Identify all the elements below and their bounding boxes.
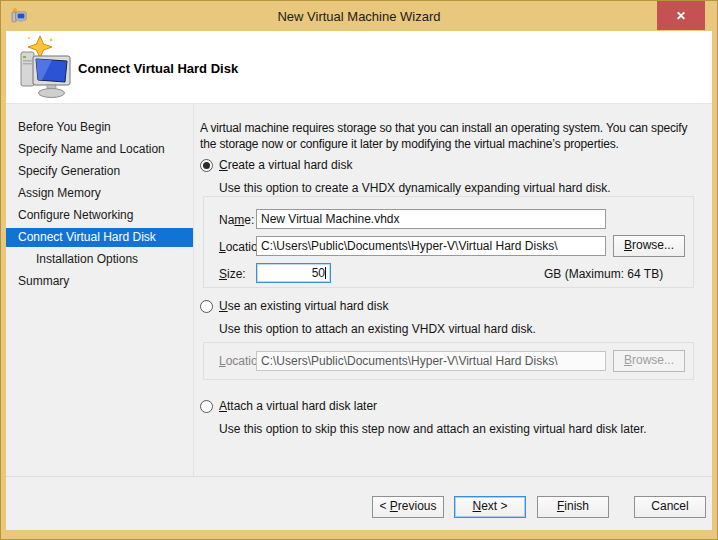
sidebar-item-specify-generation[interactable]: Specify Generation (6, 162, 193, 181)
titlebar: New Virtual Machine Wizard ✕ (1, 1, 717, 31)
wizard-window: New Virtual Machine Wizard ✕ Connect Vir… (0, 0, 718, 540)
new-vm-wizard-icon (18, 34, 74, 100)
size-suffix-text: GB (Maximum: 64 TB) (544, 267, 663, 281)
radio-attach-virtual-hard-disk-later[interactable]: Attach a virtual hard disk later (200, 398, 700, 414)
sidebar-item-specify-name-location[interactable]: Specify Name and Location (6, 140, 193, 159)
sidebar-item-installation-options[interactable]: Installation Options (6, 250, 193, 269)
radio-use-existing-virtual-hard-disk[interactable]: Use an existing virtual hard disk (200, 298, 700, 314)
next-button[interactable]: Next > (454, 496, 526, 518)
wizard-body: Before You Begin Specify Name and Locati… (6, 104, 712, 476)
close-button[interactable]: ✕ (657, 1, 705, 30)
existing-location-input: C:\Users\Public\Documents\Hyper-V\Virtua… (256, 351, 606, 371)
sidebar-item-connect-virtual-hard-disk[interactable]: Connect Virtual Hard Disk (6, 228, 193, 247)
page-title: Connect Virtual Hard Disk (78, 61, 238, 76)
size-label: Size: (219, 267, 246, 281)
name-input[interactable]: New Virtual Machine.vhdx (256, 209, 606, 229)
radio-create-label[interactable]: Create a virtual hard disk (219, 158, 352, 172)
radio-button-icon[interactable] (200, 159, 213, 172)
wizard-steps-nav: Before You Begin Specify Name and Locati… (6, 104, 194, 476)
radio-existing-label[interactable]: Use an existing virtual hard disk (219, 299, 388, 313)
later-option-description: Use this option to skip this step now an… (219, 421, 700, 437)
wizard-app-icon (10, 7, 28, 25)
cancel-button[interactable]: Cancel (634, 496, 706, 518)
close-icon: ✕ (676, 9, 686, 23)
wizard-header: Connect Virtual Hard Disk (6, 31, 712, 104)
sidebar-item-summary[interactable]: Summary (6, 272, 193, 291)
browse-button[interactable]: Browse... (613, 235, 685, 257)
radio-button-icon[interactable] (200, 300, 213, 313)
intro-text: A virtual machine requires storage so th… (200, 120, 700, 152)
radio-button-icon[interactable] (200, 400, 213, 413)
create-disk-fields-group: Name: New Virtual Machine.vhdx Location:… (203, 196, 694, 288)
window-title: New Virtual Machine Wizard (277, 9, 440, 24)
page-content: A virtual machine requires storage so th… (194, 104, 712, 476)
radio-later-label[interactable]: Attach a virtual hard disk later (219, 399, 377, 413)
sidebar-item-before-you-begin[interactable]: Before You Begin (6, 118, 193, 137)
size-input[interactable]: 50 (256, 263, 331, 283)
location-input[interactable]: C:\Users\Public\Documents\Hyper-V\Virtua… (256, 236, 606, 256)
existing-option-description: Use this option to attach an existing VH… (219, 321, 700, 337)
finish-button[interactable]: Finish (537, 496, 609, 518)
sidebar-item-assign-memory[interactable]: Assign Memory (6, 184, 193, 203)
previous-button[interactable]: < Previous (372, 496, 444, 518)
name-label: Name: (219, 213, 254, 227)
existing-browse-button: Browse... (613, 350, 685, 372)
wizard-footer: < Previous Next > Finish Cancel (6, 476, 712, 530)
text-caret (325, 267, 326, 279)
sidebar-item-configure-networking[interactable]: Configure Networking (6, 206, 193, 225)
existing-disk-fields-group: Location: C:\Users\Public\Documents\Hype… (203, 342, 694, 380)
dialog-client-area: Connect Virtual Hard Disk Before You Beg… (6, 31, 712, 530)
create-option-description: Use this option to create a VHDX dynamic… (219, 180, 700, 196)
radio-create-virtual-hard-disk[interactable]: Create a virtual hard disk (200, 157, 700, 173)
